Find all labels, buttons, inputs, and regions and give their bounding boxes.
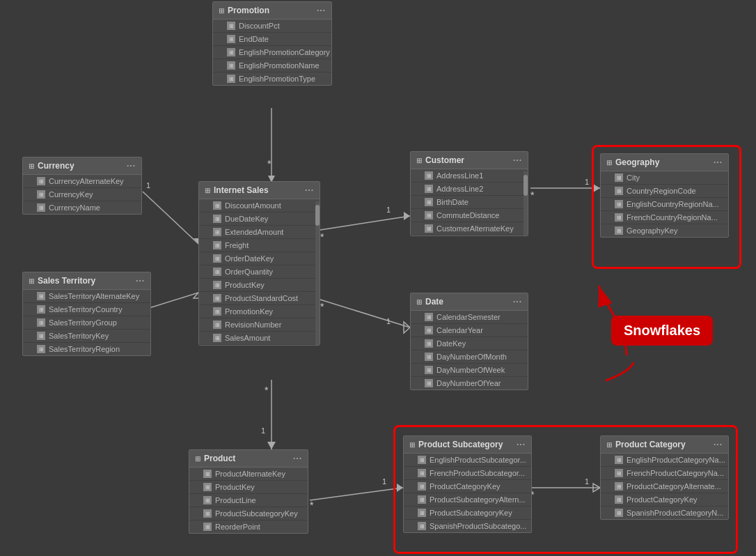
grid-icon: ⊞: [416, 298, 422, 306]
table-menu-product-category[interactable]: ···: [714, 440, 723, 449]
field-row: ⊞ProductKey: [189, 481, 308, 494]
svg-text:*: *: [320, 301, 324, 312]
table-menu-customer[interactable]: ···: [513, 155, 522, 165]
table-title-internet-sales: Internet Sales: [214, 185, 269, 195]
field-icon: ⊞: [37, 177, 45, 185]
grid-icon: ⊞: [219, 7, 224, 15]
field-row: ⊞CalendarSemester: [411, 311, 528, 324]
svg-text:*: *: [267, 158, 271, 169]
table-menu-promotion[interactable]: ···: [317, 6, 326, 15]
snowflakes-label: Snowflakes: [611, 316, 713, 346]
table-header-currency: ⊞ Currency ···: [23, 157, 141, 175]
scrollbar[interactable]: [523, 171, 528, 235]
field-row: ⊞FrenchProductCategoryNa...: [601, 467, 728, 480]
field-icon: ⊞: [37, 190, 45, 199]
field-row: ⊞AddressLine2: [411, 183, 528, 196]
table-header-promotion: ⊞ Promotion ···: [213, 2, 331, 20]
table-menu-product[interactable]: ···: [293, 454, 302, 463]
svg-line-17: [320, 300, 410, 327]
scrollbar[interactable]: [315, 201, 320, 345]
table-header-customer: ⊞ Customer ···: [411, 152, 528, 169]
table-product-category: ⊞ Product Category ··· ⊞EnglishProductCa…: [600, 435, 729, 520]
field-icon: ⊞: [37, 305, 45, 314]
table-date: ⊞ Date ··· ⊞CalendarSemester ⊞CalendarYe…: [410, 293, 528, 390]
table-title-product-subcategory: Product Subcategory: [418, 440, 503, 449]
field-row: ⊞ProductSubcategoryKey: [404, 507, 531, 520]
field-row: ⊞ProductCategoryKey: [404, 480, 531, 493]
svg-line-25: [310, 488, 403, 500]
field-icon: ⊞: [425, 326, 433, 334]
grid-icon: ⊞: [409, 441, 415, 449]
field-row: ⊞ExtendedAmount: [199, 226, 320, 239]
field-icon: ⊞: [227, 48, 235, 56]
table-geography: ⊞ Geography ··· ⊞City ⊞CountryRegionCode…: [600, 153, 729, 238]
field-icon: ⊞: [615, 187, 623, 195]
field-icon: ⊞: [615, 482, 623, 491]
field-row: ⊞PromotionKey: [199, 305, 320, 318]
field-row: ⊞EnglishPromotionName: [213, 59, 331, 72]
field-icon: ⊞: [213, 334, 221, 342]
table-header-geography: ⊞ Geography ···: [601, 154, 728, 171]
table-menu-geography[interactable]: ···: [714, 157, 723, 167]
table-menu-product-subcategory[interactable]: ···: [517, 440, 526, 449]
table-menu-date[interactable]: ···: [513, 297, 522, 307]
grid-icon: ⊞: [195, 455, 200, 463]
field-row: ⊞ProductCategoryAlternate...: [601, 480, 728, 493]
table-title-sales-territory: Sales Territory: [38, 276, 95, 286]
field-icon: ⊞: [213, 201, 221, 210]
field-row: ⊞SalesTerritoryCountry: [23, 303, 150, 316]
field-icon: ⊞: [615, 173, 623, 182]
field-icon: ⊞: [425, 211, 433, 219]
field-row: ⊞EnglishPromotionType: [213, 72, 331, 85]
field-row: ⊞ProductAlternateKey: [189, 468, 308, 481]
field-icon: ⊞: [213, 294, 221, 302]
table-menu-sales-territory[interactable]: ···: [136, 276, 145, 286]
field-row: ⊞CalendarYear: [411, 324, 528, 337]
field-row: ⊞ReorderPoint: [189, 520, 308, 533]
grid-icon: ⊞: [416, 157, 422, 164]
table-promotion: ⊞ Promotion ··· ⊞DiscountPct ⊞EndDate ⊞E…: [212, 1, 332, 86]
table-internet-sales: ⊞ Internet Sales ··· ⊞DiscountAmount ⊞Du…: [198, 181, 320, 346]
field-row: ⊞OrderDateKey: [199, 252, 320, 265]
field-icon: ⊞: [615, 509, 623, 517]
field-icon: ⊞: [615, 200, 623, 208]
table-menu-internet-sales[interactable]: ···: [305, 185, 314, 195]
table-sales-territory: ⊞ Sales Territory ··· ⊞SalesTerritoryAlt…: [22, 272, 151, 356]
field-icon: ⊞: [213, 268, 221, 276]
field-row: ⊞DiscountPct: [213, 20, 331, 33]
field-row: ⊞EnglishProductSubcategor...: [404, 454, 531, 467]
field-row: ⊞CustomerAlternateKey: [411, 222, 528, 235]
field-row: ⊞ProductStandardCost: [199, 292, 320, 305]
field-icon: ⊞: [425, 171, 433, 180]
field-row: ⊞EnglishPromotionCategory: [213, 46, 331, 59]
field-icon: ⊞: [418, 509, 426, 517]
field-row: ⊞SpanishProductSubcatego...: [404, 520, 531, 532]
field-row: ⊞SalesTerritoryRegion: [23, 343, 150, 355]
field-row: ⊞BirthDate: [411, 196, 528, 209]
field-row: ⊞City: [601, 171, 728, 185]
grid-icon: ⊞: [606, 441, 612, 449]
field-row: ⊞OrderQuantity: [199, 265, 320, 279]
field-row: ⊞SalesTerritoryKey: [23, 330, 150, 343]
field-icon: ⊞: [425, 313, 433, 321]
arrow-bottom: [606, 362, 661, 432]
table-header-date: ⊞ Date ···: [411, 293, 528, 311]
field-row: ⊞CountryRegionCode: [601, 185, 728, 198]
table-menu-currency[interactable]: ···: [127, 161, 136, 171]
table-title-customer: Customer: [425, 155, 464, 165]
field-icon: ⊞: [227, 22, 235, 30]
field-row: ⊞CommuteDistance: [411, 209, 528, 222]
field-icon: ⊞: [418, 522, 426, 530]
table-header-product-subcategory: ⊞ Product Subcategory ···: [404, 436, 531, 454]
table-title-product: Product: [204, 454, 235, 463]
field-row: ⊞ProductCategoryKey: [601, 493, 728, 507]
table-title-geography: Geography: [615, 157, 659, 167]
svg-text:*: *: [320, 231, 324, 242]
table-header-product: ⊞ Product ···: [189, 450, 308, 468]
table-product: ⊞ Product ··· ⊞ProductAlternateKey ⊞Prod…: [189, 449, 308, 534]
svg-line-9: [320, 216, 410, 230]
svg-text:*: *: [530, 190, 535, 201]
field-row: ⊞ProductSubcategoryKey: [189, 507, 308, 520]
svg-marker-20: [404, 322, 410, 333]
field-icon: ⊞: [213, 228, 221, 236]
